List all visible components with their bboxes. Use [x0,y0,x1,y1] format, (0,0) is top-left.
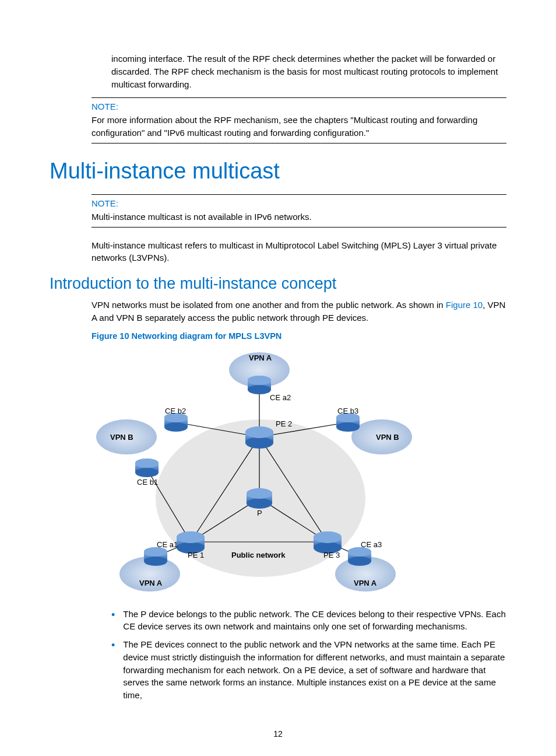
svg-point-57 [247,488,272,499]
page-number: 12 [0,729,556,738]
note-label: NOTE: [92,198,506,208]
device-label: CE b2 [165,407,186,415]
svg-point-24 [164,422,188,432]
svg-point-49 [177,531,205,543]
figure-link[interactable]: Figure 10 [446,300,483,310]
svg-point-44 [245,437,273,449]
device-label: PE 2 [276,419,292,428]
svg-point-40 [348,556,371,566]
vpn-label: VPN A [354,579,376,587]
note-text: For more information about the RPF mecha… [92,114,506,139]
diagram-svg [92,346,418,597]
network-diagram: VPN A VPN B VPN B VPN A VPN A CE a2 CE b… [92,346,418,597]
svg-point-28 [336,422,360,432]
device-label: CE a3 [361,540,382,549]
svg-point-33 [135,459,159,468]
svg-point-21 [248,376,271,385]
subsection-heading: Introduction to the multi-instance conce… [50,275,506,293]
bullet-icon: • [111,640,115,702]
device-label: PE 1 [188,551,204,559]
note-text: Multi-instance multicast is not availabl… [92,211,506,223]
bullet-text: The P device belongs to the public netwo… [123,608,506,634]
bullet-text: The PE devices connect to the public net… [123,638,506,702]
text: VPN networks must be isolated from one a… [92,300,446,310]
svg-point-36 [144,556,167,566]
intro-paragraph: incoming interface. The result of the RP… [111,52,506,90]
figure-caption: Figure 10 Networking diagram for MPLS L3… [92,331,506,341]
svg-point-53 [314,531,342,543]
note-label: NOTE: [92,102,506,111]
vpn-label: VPN A [139,579,162,587]
svg-point-32 [135,468,159,477]
note-block-2: NOTE: Multi-instance multicast is not av… [92,194,506,228]
bullet-icon: • [111,610,115,634]
list-item: • The P device belongs to the public net… [111,608,506,634]
device-label: PE 3 [323,551,340,559]
device-label: CE b1 [137,478,158,487]
paragraph: VPN networks must be isolated from one a… [92,299,506,324]
svg-point-20 [248,385,271,394]
vpn-label: VPN A [249,354,272,362]
vpn-label: VPN B [376,433,399,442]
list-item: • The PE devices connect to the public n… [111,638,506,702]
section-heading: Multi-instance multicast [50,159,506,184]
device-label: CE a1 [157,540,178,549]
device-label: CE a2 [270,393,291,402]
paragraph: Multi-instance multicast refers to multi… [92,239,506,265]
svg-point-56 [247,498,272,509]
svg-point-45 [245,426,273,438]
note-block-1: NOTE: For more information about the RPF… [92,97,506,144]
device-label: CE b3 [337,407,358,415]
vpn-label: VPN B [110,433,133,442]
public-network-label: Public network [231,551,285,559]
bullet-list: • The P device belongs to the public net… [111,608,506,702]
device-label: P [257,509,262,517]
